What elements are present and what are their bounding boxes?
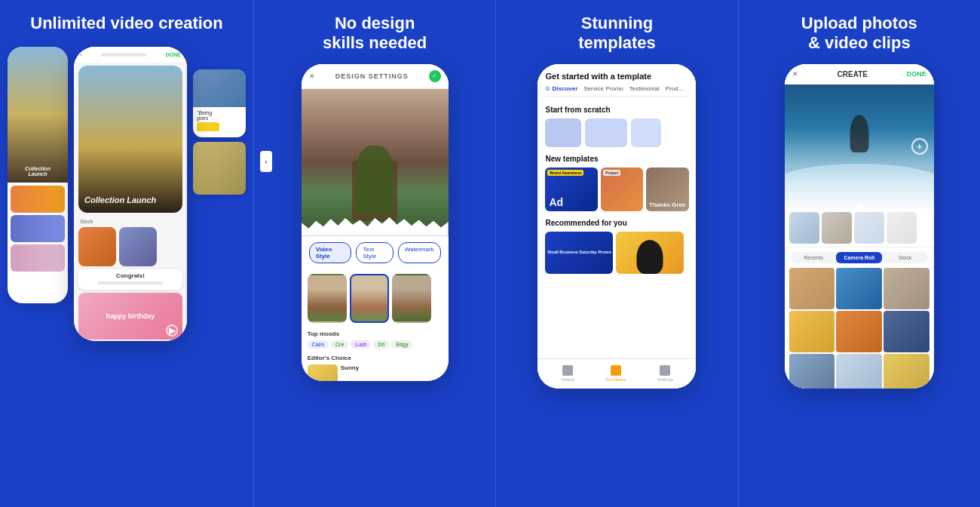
main-phone-2: ✕ DESIGN SETTINGS ✓ Video Style Text Sty…: [302, 64, 449, 381]
small-thumb-2[interactable]: [822, 212, 852, 244]
template-header: Get started with a template ⊙ Discover S…: [537, 64, 696, 101]
small-thumbs-row: [785, 209, 934, 247]
moods-pills: Calm Cre Lush Dri Edgy: [308, 340, 443, 349]
template-brand-awareness[interactable]: Brand Awareness Ad: [545, 167, 598, 211]
photo-cell-5[interactable]: [836, 311, 882, 352]
plant-thumb-2[interactable]: [350, 274, 389, 323]
settings-icon: [660, 365, 670, 376]
tab-stock[interactable]: Stock: [882, 252, 928, 263]
panel-upload: Upload photos& video clips ✕ CREATE DONE…: [739, 0, 980, 507]
upload-add-icon[interactable]: +: [911, 138, 928, 155]
tab-testimonial[interactable]: Testimonial: [629, 85, 660, 92]
collection-launch-main: Collection Launch: [84, 195, 156, 205]
editors-thumb-1[interactable]: [308, 364, 338, 381]
recommended-title: Recommended for you: [545, 219, 688, 227]
photo-grid: [785, 268, 934, 352]
mood-cre[interactable]: Cre: [331, 340, 348, 349]
template-drink[interactable]: Project: [601, 167, 643, 211]
mood-lush[interactable]: Lush: [351, 340, 371, 349]
editors-choice-section: Editor's Choice Sunny: [302, 352, 449, 381]
triangle-indicator: [853, 204, 865, 210]
upload-header: ✕ CREATE DONE: [785, 64, 934, 84]
videos-icon: [562, 365, 573, 376]
style-tabs: Video Style Text Style Watermark: [302, 236, 449, 269]
scratch-card-2[interactable]: [585, 118, 627, 147]
small-thumb-4[interactable]: [887, 212, 917, 244]
photo-cell-9[interactable]: [884, 354, 929, 389]
stock-label: Stock: [74, 216, 187, 227]
discover-chevron: ⊙: [545, 85, 550, 92]
upload-close-icon[interactable]: ✕: [792, 70, 798, 78]
scratch-card-3[interactable]: [631, 118, 661, 147]
scratch-card-1[interactable]: [545, 118, 581, 147]
collection-launch-label: CollectionLaunch: [11, 166, 65, 177]
scratch-title: Start from scratch: [545, 106, 688, 114]
panel-4-title: Upload photos& video clips: [801, 14, 917, 54]
recommended-row: Small Business Saturday Promo: [545, 232, 688, 274]
mini-thumb-3: [11, 244, 65, 272]
new-templates-title: New templates: [545, 155, 688, 163]
photo-cell-2[interactable]: [836, 268, 882, 309]
mood-calm[interactable]: Calm: [308, 340, 329, 349]
thumb-orange: [78, 227, 116, 266]
nav-videos[interactable]: Videos: [561, 365, 574, 382]
mood-dri[interactable]: Dri: [373, 340, 389, 349]
nav-templates[interactable]: Templates: [605, 365, 626, 382]
scratch-cards: [545, 118, 688, 147]
phone-nav: Videos Templates Settings: [537, 358, 696, 389]
new-templates-row: Brand Awareness Ad Project Thanks Gree: [545, 167, 688, 211]
video-style-tab[interactable]: Video Style: [309, 242, 352, 263]
watermark-tab[interactable]: Watermark: [398, 242, 441, 263]
photo-cell-4[interactable]: [789, 311, 835, 352]
template-thanks[interactable]: Thanks Gree: [646, 167, 688, 211]
create-title: CREATE: [838, 70, 868, 78]
photo-cell-8[interactable]: [836, 354, 882, 389]
small-thumb-1[interactable]: [789, 212, 819, 244]
templates-nav-label: Templates: [605, 377, 626, 382]
left-arrow[interactable]: ‹: [260, 151, 272, 172]
tab-discover[interactable]: Discover: [552, 85, 577, 92]
panel-unlimited: Unlimited video creation CollectionLaunc…: [0, 0, 253, 507]
panel-1-title: Unlimited video creation: [30, 14, 223, 33]
surf-image: +: [785, 84, 934, 209]
check-icon[interactable]: ✓: [429, 70, 441, 82]
tab-recents[interactable]: Recents: [791, 252, 837, 263]
birthday-label: happy birthday: [106, 312, 155, 320]
rec-small-business[interactable]: Small Business Saturday Promo: [545, 232, 613, 274]
photo-cell-7[interactable]: [789, 354, 835, 389]
panel-design: No designskills needed ‹ ✕ DESIGN SETTIN…: [254, 0, 495, 507]
mood-edgy[interactable]: Edgy: [391, 340, 412, 349]
settings-nav-label: Settings: [657, 377, 673, 382]
tab-camera-roll[interactable]: Camera Roll: [836, 252, 882, 263]
rec-dog[interactable]: [616, 232, 684, 274]
tab-prod[interactable]: Prod...: [666, 85, 684, 92]
main-phone-3: Get started with a template ⊙ Discover S…: [537, 64, 696, 389]
photo-cell-6[interactable]: [884, 311, 929, 352]
nav-settings[interactable]: Settings: [657, 365, 673, 382]
rec-1-text: Small Business Saturday Promo: [547, 250, 611, 255]
template-header-title: Get started with a template: [545, 72, 688, 81]
done-button[interactable]: DONE: [907, 70, 926, 78]
videos-nav-label: Videos: [561, 377, 574, 382]
texture-card: [193, 142, 246, 195]
plant-thumb-1[interactable]: [308, 274, 347, 323]
brand-awareness-label: Brand Awareness: [550, 171, 581, 175]
editors-choice-label: Editor's Choice: [308, 355, 443, 361]
close-icon[interactable]: ✕: [309, 72, 315, 80]
tab-service-promo[interactable]: Service Promo: [583, 85, 623, 92]
text-style-tab[interactable]: Text Style: [356, 242, 393, 263]
thumbnail-row: [302, 269, 449, 327]
panel-templates: Stunningtemplates Get started with a tem…: [496, 0, 737, 507]
small-thumb-3[interactable]: [854, 212, 884, 244]
scratch-section: Start from scratch: [537, 101, 696, 150]
recommended-section: Recommended for you Small Business Satur…: [537, 214, 696, 277]
plant-thumb-3[interactable]: [392, 274, 431, 323]
photo-cell-1[interactable]: [789, 268, 835, 309]
moods-title: Top moods: [308, 330, 443, 337]
template-screen: Get started with a template ⊙ Discover S…: [537, 64, 696, 389]
plant-photo: [302, 89, 449, 236]
photo-cell-3[interactable]: [884, 268, 929, 309]
ad-label: Ad: [549, 196, 563, 208]
done-label: DONE: [166, 52, 181, 57]
new-templates-section: New templates Brand Awareness Ad Project: [537, 150, 696, 214]
